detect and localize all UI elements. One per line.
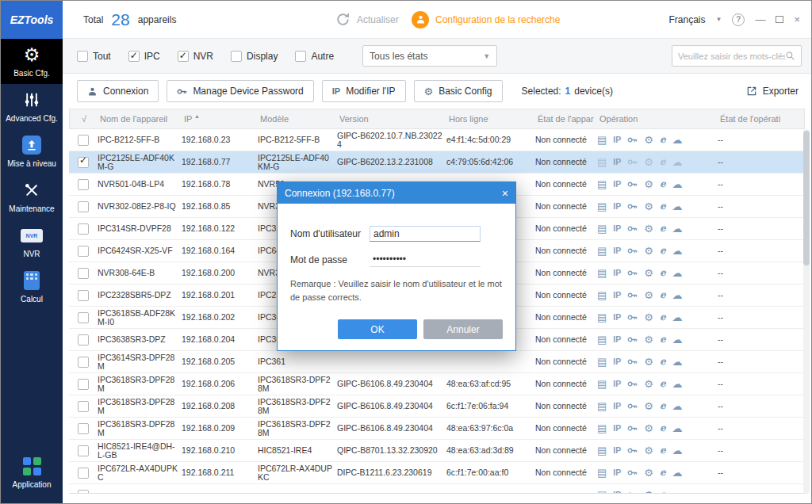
column-operation[interactable]: Opération — [598, 114, 718, 124]
password-key-icon[interactable] — [627, 268, 638, 278]
cloud-icon[interactable]: ☁ — [672, 246, 683, 256]
password-key-icon[interactable] — [627, 223, 638, 234]
browser-icon[interactable]: e — [660, 446, 666, 455]
row-checkbox[interactable] — [78, 401, 89, 412]
modify-ip-icon[interactable]: IP — [613, 468, 621, 477]
filter-checkbox-nvr[interactable] — [178, 51, 189, 62]
row-checkbox[interactable] — [78, 490, 89, 494]
modify-ip-icon[interactable]: IP — [613, 335, 621, 344]
config-gear-icon[interactable]: ⚙ — [644, 246, 653, 256]
scrollbar-thumb[interactable] — [803, 131, 810, 265]
state-dropdown[interactable]: Tous les états ▼ — [362, 45, 497, 67]
search-box[interactable] — [672, 45, 802, 67]
table-row[interactable]: HIC8521-IRE4@DH-L-GB 192.168.0.210 HIC85… — [69, 440, 805, 462]
password-key-icon[interactable] — [627, 135, 638, 145]
device-list-icon[interactable]: ▤ — [597, 268, 607, 278]
table-row[interactable]: IPC3618SR3-DPF28M 192.168.0.209 IPC3618S… — [69, 418, 805, 440]
modify-ip-icon[interactable]: IP — [613, 380, 621, 388]
row-checkbox[interactable] — [78, 246, 89, 257]
sidebar-item-basic-cfg[interactable]: ⚙ Basic Cfg. — [1, 39, 63, 84]
search-icon[interactable] — [785, 51, 795, 61]
export-button[interactable]: Exporter — [746, 86, 799, 97]
device-list-icon[interactable]: ▤ — [597, 246, 607, 256]
column-device-state[interactable]: État de l'appar — [536, 114, 598, 124]
browser-icon[interactable]: e — [660, 380, 666, 388]
config-gear-icon[interactable]: ⚙ — [644, 135, 653, 145]
modify-ip-icon[interactable]: IP — [613, 136, 621, 144]
table-row[interactable]: IPC3618SR3-DPF28M 192.168.0.208 IPC3618S… — [69, 395, 805, 418]
table-row[interactable]: IPC2125LE-ADF40KM-G 192.168.0.77 IPC2125… — [69, 151, 805, 174]
password-key-icon[interactable] — [627, 445, 638, 456]
connexion-button[interactable]: Connexion — [77, 80, 159, 102]
browser-icon[interactable]: e — [660, 202, 666, 211]
modify-ip-icon[interactable]: IP — [613, 180, 621, 189]
row-checkbox[interactable] — [78, 445, 89, 456]
browser-icon[interactable]: e — [660, 224, 666, 233]
table-row[interactable]: IPC3618SR3-DPF28M 192.168.0.206 IPC3618S… — [69, 373, 805, 395]
row-checkbox[interactable] — [78, 223, 89, 235]
help-button[interactable]: ? — [732, 13, 745, 26]
cloud-icon[interactable]: ☁ — [672, 290, 683, 300]
browser-icon[interactable]: e — [660, 158, 666, 166]
cloud-icon[interactable]: ☁ — [672, 268, 683, 278]
cloud-icon[interactable]: ☁ — [672, 401, 683, 411]
cloud-icon[interactable]: ☁ — [672, 468, 683, 478]
modify-ip-button[interactable]: IP Modifier l'IP — [322, 80, 406, 102]
device-list-icon[interactable]: ▤ — [597, 468, 607, 478]
column-version[interactable]: Version — [338, 114, 447, 124]
modify-ip-icon[interactable]: IP — [613, 357, 621, 366]
column-select-all[interactable]: √ — [70, 114, 98, 124]
cloud-icon[interactable]: ☁ — [672, 201, 683, 212]
row-checkbox[interactable] — [78, 290, 89, 301]
password-key-icon[interactable] — [627, 468, 638, 478]
chevron-down-icon[interactable]: ▼ — [715, 16, 722, 23]
password-key-icon[interactable] — [627, 290, 638, 300]
filter-ipc[interactable]: IPC — [128, 51, 160, 62]
device-list-icon[interactable]: ▤ — [597, 423, 607, 433]
modify-ip-icon[interactable]: IP — [613, 402, 621, 410]
device-list-icon[interactable]: ▤ — [597, 135, 607, 145]
config-gear-icon[interactable]: ⚙ — [644, 290, 653, 300]
row-checkbox[interactable] — [78, 357, 89, 368]
vertical-scrollbar[interactable] — [803, 129, 810, 494]
search-input[interactable] — [678, 52, 785, 61]
cloud-icon[interactable]: ☁ — [672, 490, 683, 494]
device-list-icon[interactable]: ▤ — [597, 357, 607, 367]
device-list-icon[interactable]: ▤ — [597, 179, 607, 189]
column-name[interactable]: Nom de l'appareil — [98, 114, 182, 124]
sidebar-item-maintenance[interactable]: Maintenance — [1, 174, 63, 220]
browser-icon[interactable]: e — [660, 246, 666, 255]
basic-config-button[interactable]: ⚙ Basic Config — [414, 80, 503, 102]
config-gear-icon[interactable]: ⚙ — [644, 401, 653, 411]
browser-icon[interactable]: e — [660, 424, 666, 433]
modify-ip-icon[interactable]: IP — [613, 269, 621, 277]
config-gear-icon[interactable]: ⚙ — [644, 357, 653, 367]
config-gear-icon[interactable]: ⚙ — [644, 157, 653, 167]
device-list-icon[interactable]: ▤ — [597, 334, 607, 345]
row-checkbox[interactable] — [78, 334, 89, 346]
password-key-icon[interactable] — [627, 157, 638, 167]
cancel-button[interactable]: Annuler — [423, 319, 503, 339]
filter-checkbox-tout[interactable] — [77, 51, 88, 62]
row-checkbox[interactable] — [78, 201, 89, 212]
username-field[interactable] — [370, 226, 481, 242]
dialog-close-icon[interactable]: × — [502, 188, 508, 199]
password-key-icon[interactable] — [627, 357, 638, 367]
browser-icon[interactable]: e — [660, 402, 666, 410]
search-config-button[interactable]: Configuration de la recherche — [412, 11, 560, 29]
config-gear-icon[interactable]: ⚙ — [644, 423, 653, 433]
browser-icon[interactable]: e — [660, 313, 666, 322]
cloud-icon[interactable]: ☁ — [672, 423, 683, 433]
browser-icon[interactable]: e — [660, 357, 666, 366]
sidebar-item-upgrade[interactable]: Mise à niveau — [1, 129, 63, 174]
table-row[interactable]: IPC-B212-5FF-B 192.168.0.23 IPC-B212-5FF… — [69, 129, 805, 151]
filter-display[interactable]: Display — [231, 51, 278, 62]
browser-icon[interactable]: e — [660, 491, 666, 494]
filter-checkbox-display[interactable] — [231, 51, 242, 62]
modify-ip-icon[interactable]: IP — [613, 291, 621, 300]
maximize-button[interactable] — [776, 16, 783, 23]
cloud-icon[interactable]: ☁ — [672, 179, 683, 189]
column-model[interactable]: Modèle — [259, 114, 338, 124]
sidebar-item-advanced-cfg[interactable]: Advanced Cfg. — [1, 84, 63, 129]
password-key-icon[interactable] — [627, 246, 638, 256]
